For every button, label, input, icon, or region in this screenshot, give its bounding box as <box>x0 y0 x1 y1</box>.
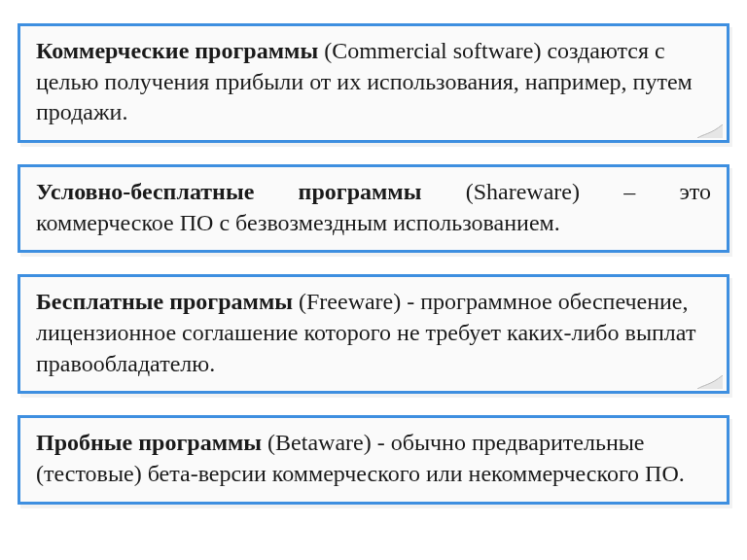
paren-shareware: (Shareware) – это <box>421 179 711 204</box>
definition-card-shareware: Условно-бесплатные программы (Shareware)… <box>18 164 729 253</box>
definition-card-betaware: Пробные программы (Betaware) - обычно пр… <box>18 415 729 504</box>
term-commercial: Коммерческие программы <box>36 38 318 63</box>
paren-commercial: (Commercial software) <box>318 38 547 63</box>
paren-freeware: (Freeware) - <box>293 289 420 314</box>
term-betaware: Пробные программы <box>36 430 262 455</box>
page-curl-icon <box>697 375 723 389</box>
shareware-line1: Условно-бесплатные программы (Shareware)… <box>36 177 711 208</box>
desc-shareware: коммерческое ПО с безвозмездным использо… <box>36 210 560 235</box>
term-freeware: Бесплатные программы <box>36 289 293 314</box>
definition-card-freeware: Бесплатные программы (Freeware) - програ… <box>18 274 729 394</box>
page: Коммерческие программы (Commercial softw… <box>0 0 747 560</box>
page-curl-icon <box>697 124 723 138</box>
paren-betaware: (Betaware) - <box>262 430 391 455</box>
definition-card-commercial: Коммерческие программы (Commercial softw… <box>18 23 729 143</box>
term-shareware: Условно-бесплатные программы <box>36 179 421 204</box>
